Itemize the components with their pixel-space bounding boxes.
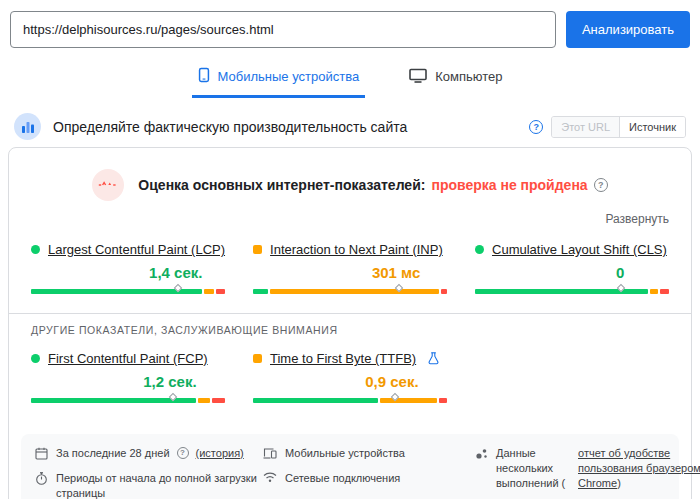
load-period: Периоды от начала до полной загрузки стр… [35, 471, 263, 499]
analyze-button[interactable]: Анализировать [566, 11, 690, 48]
metric-value: 0 [616, 264, 624, 281]
help-icon[interactable]: ? [529, 120, 543, 134]
devices-label: Мобильные устройства [285, 446, 405, 461]
connections-info: Сетевые подключения [263, 471, 475, 486]
metric-ttfb-link[interactable]: Time to First Byte (TTFB) [270, 351, 416, 366]
period-help-icon[interactable]: ? [177, 447, 189, 459]
metric-bullet [31, 354, 40, 363]
data-collection-footer: За последние 28 дней ? (история) Периоды… [21, 434, 679, 499]
assessment-help-icon[interactable]: ? [594, 178, 608, 192]
field-data-card: Оценка основных интернет-показателей:про… [8, 147, 692, 499]
metric-cls-link[interactable]: Cumulative Layout Shift (CLS) [492, 242, 667, 257]
devices-info: Мобильные устройства [263, 446, 475, 461]
metric-bullet [253, 354, 262, 363]
url-bar: Анализировать [0, 0, 700, 48]
url-input[interactable] [10, 11, 556, 48]
bubble-chart-icon [475, 447, 488, 460]
runs-suffix: ) [617, 477, 621, 489]
metric-value: 0,9 сек. [365, 373, 418, 390]
calendar-icon [35, 447, 48, 460]
tab-mobile-label: Мобильные устройства [218, 69, 360, 84]
metric-bullet [475, 245, 484, 254]
tab-desktop-label: Компьютер [435, 69, 502, 84]
metric-value: 1,4 сек. [149, 264, 202, 281]
runs-label: Данные нескольких выполнений ( [496, 446, 574, 491]
experimental-flask-icon[interactable] [428, 352, 439, 365]
devices-icon [263, 447, 277, 459]
crux-report-link[interactable]: отчет об удобстве пользования браузером … [578, 447, 700, 489]
load-period-label: Периоды от начала до полной загрузки стр… [56, 471, 263, 499]
scope-toggle: Этот URL Источник [551, 116, 686, 138]
field-data-title: Определяйте фактическую производительнос… [53, 119, 529, 135]
wifi-icon [263, 472, 277, 483]
tab-desktop[interactable]: Компьютер [403, 63, 508, 98]
field-data-header: Определяйте фактическую производительнос… [14, 113, 686, 140]
metric-bullet [31, 245, 40, 254]
smartphone-icon [198, 67, 210, 86]
metric-lcp-link[interactable]: Largest Contentful Paint (LCP) [48, 242, 225, 257]
desktop-icon [409, 68, 427, 86]
metric-value: 1,2 сек. [143, 373, 196, 390]
metric-fcp: First Contentful Paint (FCP) 1,2 сек. [31, 350, 225, 418]
period-label: За последние 28 дней [56, 446, 170, 461]
runs-info: Данные нескольких выполнений ( отчет об … [475, 446, 700, 491]
metric-distribution-bar [253, 398, 447, 404]
insights-icon [14, 113, 41, 140]
other-metrics-header: ДРУГИЕ ПОКАЗАТЕЛИ, ЗАСЛУЖИВАЮЩИЕ ВНИМАНИ… [9, 314, 691, 336]
history-link[interactable]: (история) [196, 446, 244, 461]
cwv-assessment: Оценка основных интернет-показателей:про… [9, 169, 691, 201]
other-metrics-row: First Contentful Paint (FCP) 1,2 сек. Ti… [9, 336, 691, 418]
metric-bullet [253, 245, 262, 254]
core-metrics-row: Largest Contentful Paint (LCP) 1,4 сек. … [9, 227, 691, 309]
metric-inp-link[interactable]: Interaction to Next Paint (INP) [270, 242, 443, 257]
failed-assessment-icon [92, 169, 124, 201]
metric-lcp: Largest Contentful Paint (LCP) 1,4 сек. [31, 241, 225, 309]
metric-distribution-bar [31, 398, 225, 404]
assessment-verdict: проверка не пройдена [431, 177, 587, 193]
toggle-origin[interactable]: Источник [619, 117, 685, 137]
metric-distribution-bar [253, 289, 447, 295]
device-tabs: Мобильные устройства Компьютер [0, 63, 700, 98]
connections-label: Сетевые подключения [285, 471, 400, 486]
assessment-label: Оценка основных интернет-показателей: [138, 177, 425, 193]
metric-distribution-bar [31, 289, 225, 295]
stopwatch-icon [35, 472, 48, 485]
toggle-this-url[interactable]: Этот URL [552, 117, 619, 137]
collection-period: За последние 28 дней ? (история) [35, 446, 263, 461]
metric-distribution-bar [475, 289, 669, 295]
tab-mobile[interactable]: Мобильные устройства [192, 63, 366, 98]
expand-link[interactable]: Развернуть [605, 212, 669, 226]
metric-cls: Cumulative Layout Shift (CLS) 0 [475, 241, 669, 309]
metric-value: 301 мс [372, 264, 420, 281]
metric-fcp-link[interactable]: First Contentful Paint (FCP) [48, 351, 208, 366]
metric-ttfb: Time to First Byte (TTFB) 0,9 сек. [253, 350, 447, 418]
metric-inp: Interaction to Next Paint (INP) 301 мс [253, 241, 447, 309]
